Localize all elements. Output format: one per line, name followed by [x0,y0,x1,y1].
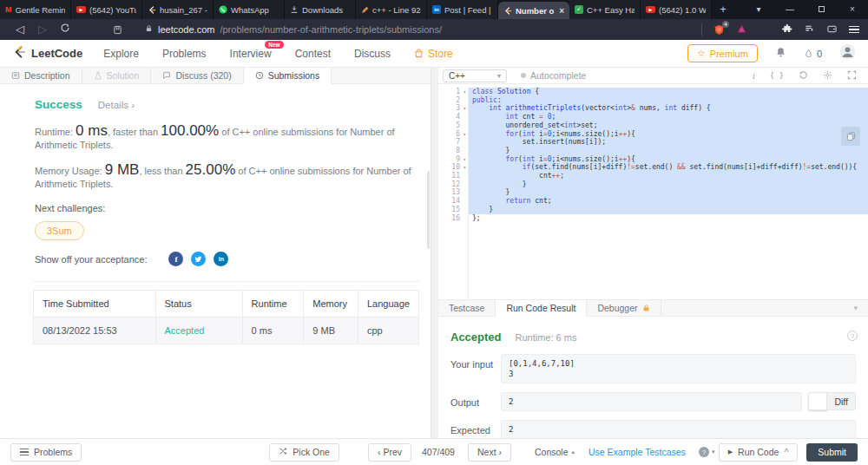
browser-tab[interactable]: ✓C++ Easy Ha [569,0,641,19]
code-line: }; [469,214,868,223]
maximize-icon[interactable] [806,0,837,19]
browser-tab[interactable]: inPost | Feed | Link [427,0,498,19]
fold-caret-icon[interactable]: ▾ [460,163,466,172]
brand-text: LeetCode [31,47,82,60]
browser-tab[interactable]: ▶(5642) YouTube [71,0,142,19]
new-tab-button[interactable]: + [712,0,734,19]
runtime-stat: Runtime: 0 ms, faster than 100.00% of C+… [35,122,418,150]
language-select[interactable]: C++ ▾ [443,69,507,82]
browser-tab[interactable]: husain_267 - Lee [142,0,214,19]
diff-toggle[interactable] [808,392,827,410]
lock-icon [145,24,153,35]
editor-code[interactable]: class Solution {public: int arithmeticTr… [469,88,868,299]
nav-link-interview[interactable]: InterviewNew [230,48,272,60]
adblock-triangle-icon[interactable] [736,22,747,37]
tab-description[interactable]: Description [0,68,82,83]
leetcode-logo[interactable]: LeetCode [12,44,82,63]
code-editor[interactable]: 1▾2▾3▾4▾5▾6▾7▾8▾9▾10▾11▾12▾13▾14▾15▾16▾ … [438,84,868,299]
run-code-button[interactable]: ▶ Run Code ^ [719,443,799,462]
avatar[interactable] [839,43,856,63]
challenge-3sum-link[interactable]: 3Sum [35,221,84,240]
close-icon[interactable]: × [837,0,868,19]
result-row-value[interactable]: [0,1,4,6,7,10] 3 [501,354,856,383]
result-row-value[interactable]: 2 [501,392,802,411]
result-row-value[interactable]: 2 [501,420,856,439]
fold-caret-icon[interactable]: ▾ [460,88,466,96]
linkedin-share-icon[interactable]: in [214,252,228,266]
left-scrollbar[interactable] [427,171,430,249]
url-domain: leetcode.com [158,24,214,35]
tab-close-icon[interactable]: × [557,6,564,16]
code-line: for(int i=0;i<nums.size();i++){ [469,130,868,139]
copy-code-button[interactable] [841,127,860,146]
nav-link-contest[interactable]: Contest [295,48,331,60]
info-icon[interactable]: i [753,71,755,81]
fullscreen-icon[interactable] [847,68,857,83]
nav-link-problems[interactable]: Problems [162,48,207,60]
extensions-puzzle-icon[interactable] [782,22,792,37]
notifications-bell-icon[interactable] [775,46,786,62]
reset-icon[interactable] [799,68,808,83]
browser-tab[interactable]: c++ - Line 924: C [356,0,427,19]
table-row[interactable]: 08/13/2022 15:53Accepted0 ms9 MBcpp [34,318,419,344]
browser-tab-label: c++ - Line 924: C [372,5,421,15]
nav-link-label: Store [428,48,453,60]
toolbar-extensions: 4 [701,22,859,37]
code-line: class Solution { [469,88,868,96]
console-toggle[interactable]: Console ▴ [535,447,575,457]
table-cell: 0 ms [242,318,304,344]
nav-link-store[interactable]: Store [414,48,453,60]
fold-caret-icon[interactable]: ▾ [460,130,466,139]
collapse-chevron-icon[interactable]: ▾ [853,300,868,316]
use-example-testcases-link[interactable]: Use Example Testcases [589,447,686,457]
shield-badge: 4 [722,21,729,28]
bookmarks-icon[interactable] [113,25,122,35]
prev-button[interactable]: ‹ Prev [368,443,411,462]
url-bar[interactable]: leetcode.com/problems/number-of-arithmet… [145,24,442,35]
code-line: cnt++; [469,172,868,180]
tab-testcase[interactable]: Testcase [438,300,496,316]
autocomplete-toggle[interactable]: Autocomplete [521,70,586,81]
diff-control: Diff [808,392,856,410]
back-icon[interactable]: ◁ [9,19,31,40]
browser-tab[interactable]: MGentle Reminder [0,0,71,19]
browser-tab-label: WhatsApp [231,5,279,15]
help-icon[interactable]: ? [847,331,858,341]
twitter-icon[interactable] [191,252,206,266]
browser-tab[interactable]: Downloads [285,0,356,19]
minimize-icon[interactable]: — [774,0,806,19]
reload-icon[interactable] [54,19,76,40]
settings-gear-icon[interactable] [823,68,832,83]
nav-link-explore[interactable]: Explore [103,48,139,60]
premium-button[interactable]: ☆ Premium [687,44,758,62]
browser-tab[interactable]: Number of A× [498,2,569,19]
browser-tab[interactable]: ▶(5642) 1.0 What [641,0,712,19]
facebook-icon[interactable]: f [168,252,183,266]
brave-shield-icon[interactable]: 4 [713,23,725,36]
submit-button[interactable]: Submit [806,443,858,462]
fold-caret-icon[interactable]: ▾ [460,155,466,164]
nav-link-discuss[interactable]: Discuss [354,48,391,60]
tab-solution[interactable]: Solution [82,68,152,83]
fold-caret-icon[interactable]: ▾ [460,104,466,113]
tab-discuss-320-[interactable]: Discuss (320) [151,68,243,83]
forward-icon[interactable]: ▷ [31,19,54,40]
next-button[interactable]: Next › [468,443,511,462]
footer-help[interactable]: ? ▾ [699,447,715,457]
code-line: return cnt; [469,197,868,206]
tab-run-code-result[interactable]: Run Code Result [496,300,587,317]
pick-one-button[interactable]: Pick One [269,443,339,462]
browser-menu-icon[interactable] [849,23,859,35]
media-playlist-icon[interactable] [804,22,815,37]
tab-submissions[interactable]: Submissions [244,68,332,84]
problems-button[interactable]: Problems [10,443,82,462]
wallet-icon[interactable] [826,22,838,37]
tab-search-icon[interactable]: ▾ [743,0,774,19]
daily-streak[interactable]: 0 [804,48,822,59]
format-braces-icon[interactable]: { } [770,71,784,80]
tab-debugger[interactable]: Debugger [587,300,661,316]
browser-tab[interactable]: WhatsApp [214,0,285,19]
toolbar-divider [701,23,702,36]
editor-toolbar: C++ ▾ Autocomplete i { } [438,68,868,84]
details-link[interactable]: Details › [98,100,135,110]
